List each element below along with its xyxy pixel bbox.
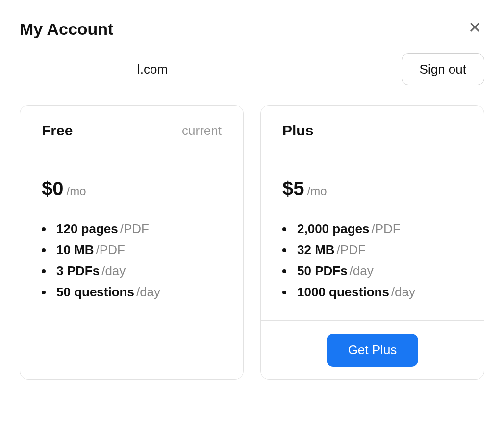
plan-name: Free	[42, 122, 73, 139]
plan-footer: Get Plus	[261, 320, 484, 379]
plan-current-badge: current	[182, 123, 222, 138]
feature-unit: /PDF	[337, 242, 366, 258]
feature-value: 120 pages	[56, 221, 118, 237]
list-item: 2,000 pages /PDF	[282, 221, 462, 237]
get-plus-button[interactable]: Get Plus	[327, 334, 419, 367]
feature-value: 1000 questions	[297, 285, 389, 300]
plan-price-period: /mo	[67, 185, 86, 198]
signout-button[interactable]: Sign out	[402, 53, 484, 85]
plan-name: Plus	[282, 122, 313, 139]
bullet-icon	[42, 227, 46, 231]
account-row: l.com Sign out	[20, 53, 484, 85]
feature-unit: /PDF	[96, 242, 125, 258]
list-item: 10 MB /PDF	[42, 242, 222, 258]
feature-unit: /day	[101, 264, 126, 279]
header-row: My Account ✕	[20, 20, 484, 39]
account-email: l.com	[20, 62, 168, 77]
list-item: 1000 questions /day	[282, 285, 462, 300]
plan-price-period: /mo	[307, 185, 327, 198]
bullet-icon	[42, 248, 46, 252]
features-list: 120 pages /PDF 10 MB /PDF 3 PDFs /day 50…	[42, 221, 222, 300]
plan-header: Plus	[261, 106, 484, 156]
feature-unit: /PDF	[371, 221, 400, 237]
plan-header: Free current	[20, 106, 243, 156]
feature-value: 2,000 pages	[297, 221, 369, 237]
feature-value: 50 PDFs	[297, 264, 348, 279]
plan-body: $5 /mo 2,000 pages /PDF 32 MB /PDF 50 PD…	[261, 156, 484, 320]
bullet-icon	[282, 269, 286, 273]
bullet-icon	[282, 227, 286, 231]
price-row: $5 /mo	[282, 178, 462, 200]
feature-value: 32 MB	[297, 242, 335, 258]
list-item: 3 PDFs /day	[42, 264, 222, 279]
list-item: 32 MB /PDF	[282, 242, 462, 258]
close-button[interactable]: ✕	[465, 20, 484, 35]
plans-container: Free current $0 /mo 120 pages /PDF 10 MB…	[20, 105, 484, 380]
feature-value: 10 MB	[56, 242, 94, 258]
bullet-icon	[282, 291, 286, 294]
close-icon: ✕	[468, 19, 481, 36]
plan-body: $0 /mo 120 pages /PDF 10 MB /PDF 3 PDFs	[20, 156, 243, 379]
feature-value: 3 PDFs	[56, 264, 100, 279]
feature-unit: /day	[350, 264, 374, 279]
page-title: My Account	[20, 20, 113, 39]
plan-card-free: Free current $0 /mo 120 pages /PDF 10 MB…	[20, 105, 244, 380]
feature-unit: /PDF	[120, 221, 149, 237]
plan-price: $5	[282, 178, 304, 200]
plan-price: $0	[42, 178, 64, 200]
feature-value: 50 questions	[56, 285, 134, 300]
list-item: 120 pages /PDF	[42, 221, 222, 237]
feature-unit: /day	[391, 285, 415, 300]
bullet-icon	[42, 291, 46, 294]
features-list: 2,000 pages /PDF 32 MB /PDF 50 PDFs /day…	[282, 221, 462, 300]
list-item: 50 questions /day	[42, 285, 222, 300]
plan-card-plus: Plus $5 /mo 2,000 pages /PDF 32 MB /PDF	[260, 105, 484, 380]
price-row: $0 /mo	[42, 178, 222, 200]
bullet-icon	[282, 248, 286, 252]
feature-unit: /day	[136, 285, 160, 300]
bullet-icon	[42, 269, 46, 273]
list-item: 50 PDFs /day	[282, 264, 462, 279]
